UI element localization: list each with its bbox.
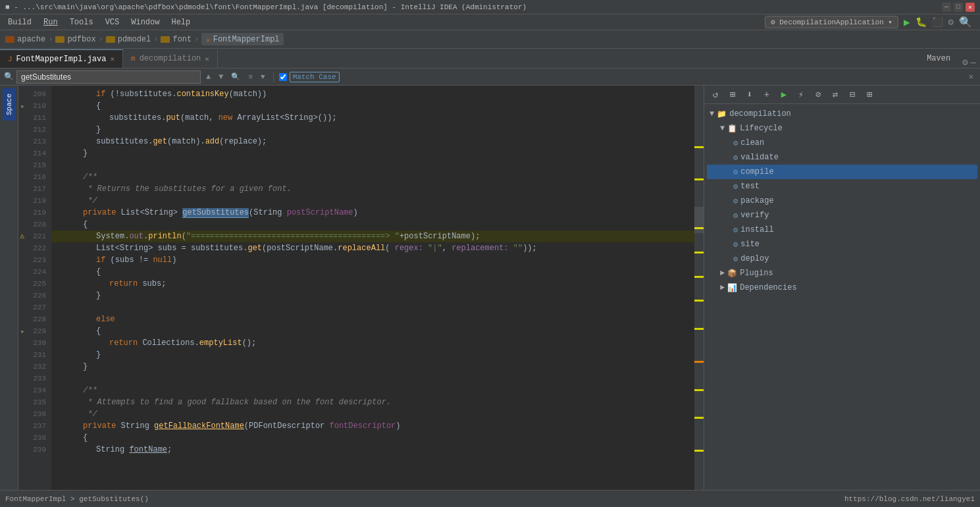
maven-dependencies[interactable]: ► 📊 Dependencies (707, 280, 977, 295)
sidebar-structure[interactable]: Space (3, 88, 16, 120)
maven-refresh-icon[interactable]: ↺ (708, 88, 723, 102)
breadcrumb-fontmapperimpl[interactable]: ☕ FontMapperImpl (201, 33, 283, 45)
warning-gutter-icon: ⚠ (20, 231, 24, 241)
editor-container: 209 210 211 212 213 214 215 216 217 218 … (18, 86, 704, 490)
menu-help[interactable]: Help (166, 16, 195, 28)
maven-collapse-tree-icon[interactable]: ⊞ (862, 88, 877, 102)
maven-lifecycle-compile[interactable]: ⚙ compile ← (707, 165, 977, 179)
debug-button[interactable]: 🐛 (916, 16, 927, 28)
scrollbar-marker-9 (694, 417, 704, 419)
maximize-button[interactable]: □ (954, 3, 963, 12)
match-case-option[interactable]: Match Case (279, 72, 340, 82)
maven-root[interactable]: ▼ 📁 decompilation (707, 107, 977, 121)
maven-content: ▼ 📁 decompilation ▼ 📋 Lifecycle ⚙ clean … (704, 104, 980, 490)
code-line-230: return Collections.emptyList(); (51, 337, 694, 349)
java-tab-icon: J (8, 55, 13, 63)
line-224: 224 (18, 266, 51, 278)
maven-lifecycle-install[interactable]: ⚙ install (707, 223, 977, 237)
lifecycle-expand-icon: ▼ (720, 124, 725, 133)
line-219: 219 (18, 207, 51, 219)
line-229: 229 (18, 325, 51, 337)
scrollbar-marker-4 (694, 252, 704, 254)
tabs-bar: J FontMapperImpl.java ✕ m decompilation … (0, 49, 980, 68)
menu-run[interactable]: Run (38, 16, 63, 28)
viewport-indicator (694, 207, 704, 233)
breadcrumb-font[interactable]: font (161, 35, 192, 44)
close-button[interactable]: ✕ (966, 3, 975, 12)
maven-panel: ↺ ⊞ ⬇ + ▶ ⚡ ⊘ ⇄ ⊟ ⊞ ▼ 📁 decompilation ▼ … (704, 86, 980, 490)
code-area[interactable]: if (!substitutes.containsKey(match)) { s… (51, 86, 694, 490)
maven-lifecycle-package[interactable]: ⚙ package (707, 194, 977, 208)
gear-icon: ⚙ (733, 225, 738, 235)
maven-lifecycle-test[interactable]: ⚙ test (707, 179, 977, 194)
run-button[interactable]: ▶ (904, 16, 910, 29)
maven-download-icon[interactable]: ⬇ (742, 88, 757, 102)
search-next-btn[interactable]: ▼ (216, 71, 226, 83)
code-line-219: private List<String> getSubstitutes(Stri… (51, 207, 694, 219)
search-options-btn[interactable]: ≡ (245, 72, 255, 82)
tab-close-fontmapperimpl[interactable]: ✕ (110, 55, 115, 63)
search-everywhere-button[interactable]: 🔍 (959, 16, 972, 29)
menu-tools[interactable]: Tools (64, 16, 99, 28)
plugins-icon: 📦 (727, 269, 737, 279)
maven-lifecycle-validate[interactable]: ⚙ validate (707, 150, 977, 165)
editor-scrollbar[interactable] (694, 86, 704, 490)
line-233: 233 (18, 373, 51, 385)
tab-close-decompilation[interactable]: ✕ (205, 55, 209, 63)
maven-plus-icon[interactable]: + (760, 88, 774, 102)
search-prev-btn[interactable]: ▲ (203, 71, 213, 83)
code-line-218: */ (51, 195, 694, 207)
code-line-232: } (51, 361, 694, 373)
maven-collapse-icon[interactable]: — (971, 57, 976, 68)
maven-lifecycle-verify[interactable]: ⚙ verify (707, 208, 977, 223)
stop-button[interactable]: ⬛ (932, 16, 943, 28)
match-case-checkbox[interactable] (279, 73, 287, 81)
maven-settings-icon[interactable]: ⚙ (962, 57, 967, 68)
minimize-button[interactable]: — (942, 3, 951, 12)
lifecycle-icon: 📋 (727, 124, 737, 134)
maven-expand-icon[interactable]: ⊟ (845, 88, 860, 102)
search-input[interactable] (16, 70, 201, 84)
code-line-215 (51, 159, 694, 171)
maven-lifecycle-deploy[interactable]: ⚙ deploy (707, 252, 977, 266)
breadcrumb-pdfbox[interactable]: pdfbox (55, 35, 95, 44)
maven-plugins[interactable]: ► 📦 Plugins (707, 266, 977, 280)
settings-button[interactable]: ⚙ (948, 16, 954, 28)
breadcrumb-apache[interactable]: apache (5, 35, 45, 44)
menu-vcs[interactable]: VCS (100, 16, 125, 28)
maven-lifecycle-site[interactable]: ⚙ site (707, 237, 977, 252)
line-235: 235 (18, 396, 51, 408)
search-filter-btn[interactable]: ▼ (258, 72, 268, 82)
menu-build[interactable]: Build (3, 16, 37, 28)
run-config-selector[interactable]: ⚙ DecompilationApplication ▾ (765, 16, 898, 28)
scrollbar-track[interactable] (694, 86, 704, 490)
line-236: 236 (18, 408, 51, 420)
maven-add-icon[interactable]: ⊞ (725, 88, 740, 102)
code-line-234: /** (51, 385, 694, 396)
maven-run-icon[interactable]: ▶ (777, 88, 791, 102)
line-234: 234 (18, 385, 51, 396)
maven-lifecycle-clean[interactable]: ⚙ clean (707, 136, 977, 150)
tab-fontmapperimpl[interactable]: J FontMapperImpl.java ✕ (0, 49, 123, 68)
search-find-usages-btn[interactable]: 🔍 (228, 71, 243, 82)
deps-expand-icon: ► (720, 283, 725, 292)
code-line-237: private String getFallbackFontName(PDFon… (51, 420, 694, 432)
title-bar: ■ - ...\src\main\java\org\apache\pdfbox\… (0, 0, 980, 14)
search-close-btn[interactable]: ✕ (966, 70, 976, 83)
tab-decompilation[interactable]: m decompilation ✕ (123, 49, 218, 68)
breadcrumb-pdmodel[interactable]: pdmodel (106, 35, 151, 44)
maven-generate-icon[interactable]: ⚡ (794, 88, 808, 102)
code-line-216: /** (51, 171, 694, 183)
line-223: 223 (18, 254, 51, 266)
code-line-225: return subs; (51, 278, 694, 290)
menu-window[interactable]: Window (126, 16, 165, 28)
maven-skip-icon[interactable]: ⊘ (811, 88, 825, 102)
code-line-233 (51, 373, 694, 385)
search-separator (273, 72, 274, 82)
code-line-238: { (51, 432, 694, 444)
maven-lifecycle[interactable]: ▼ 📋 Lifecycle (707, 121, 977, 136)
line-209: 209 (18, 88, 51, 100)
menu-bar: Build Run Tools VCS Window Help ⚙ Decomp… (0, 14, 980, 30)
maven-toggle-icon[interactable]: ⇄ (828, 88, 842, 102)
left-sidebar: Space (0, 86, 18, 490)
